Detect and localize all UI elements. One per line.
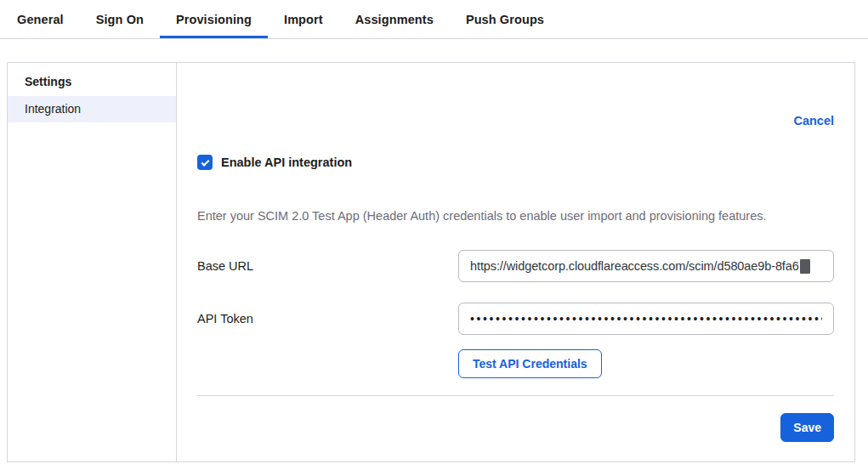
text-selection-block [800,259,810,274]
api-token-input[interactable]: ••••••••••••••••••••••••••••••••••••••••… [458,303,834,335]
enable-api-integration-row: Enable API integration [197,155,834,170]
credentials-description: Enter your SCIM 2.0 Test App (Header Aut… [197,207,834,224]
save-button[interactable]: Save [780,413,834,442]
tab-import[interactable]: Import [268,0,339,38]
checkmark-icon [201,157,209,166]
base-url-input[interactable]: https://widgetcorp.cloudflareaccess.com/… [458,250,834,282]
cancel-row: Cancel [197,112,834,129]
api-token-masked-value: ••••••••••••••••••••••••••••••••••••••••… [470,312,822,326]
app-tab-bar: General Sign On Provisioning Import Assi… [0,0,868,39]
sidebar-header-settings: Settings [8,75,176,96]
integration-form: Cancel Enable API integration Enter your… [177,63,854,462]
settings-sidebar: Settings Integration [8,63,177,462]
base-url-field-row: Base URL https://widgetcorp.cloudflareac… [197,250,834,282]
tab-sign-on[interactable]: Sign On [80,0,160,38]
tab-provisioning[interactable]: Provisioning [160,0,268,38]
cancel-button[interactable]: Cancel [793,114,834,127]
save-row: Save [197,413,834,442]
tab-assignments[interactable]: Assignments [339,0,450,38]
enable-api-integration-label: Enable API integration [221,156,352,169]
test-api-credentials-button[interactable]: Test API Credentials [458,349,602,378]
base-url-value: https://widgetcorp.cloudflareaccess.com/… [470,259,799,273]
provisioning-panel: Settings Integration Cancel Enable API i… [7,62,855,462]
test-credentials-row: Test API Credentials [458,349,834,378]
tab-push-groups[interactable]: Push Groups [450,0,560,38]
tab-general[interactable]: General [1,0,80,38]
api-token-label: API Token [197,312,253,326]
form-divider [197,395,834,396]
api-token-field-row: API Token ••••••••••••••••••••••••••••••… [197,303,834,335]
enable-api-integration-checkbox[interactable] [197,155,213,170]
sidebar-item-integration[interactable]: Integration [8,96,176,122]
base-url-label: Base URL [197,259,253,273]
